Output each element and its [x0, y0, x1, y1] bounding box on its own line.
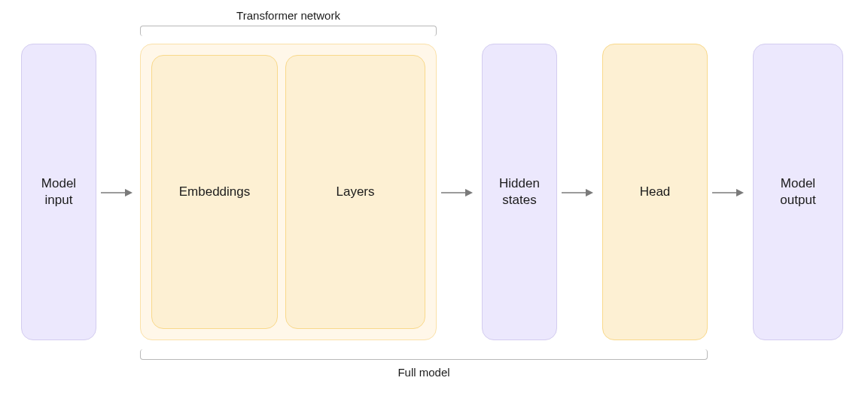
arrow-transformer-to-hidden — [440, 187, 476, 198]
box-layers: Layers — [285, 55, 425, 329]
arrow-head-to-output — [711, 187, 747, 198]
arrow-hidden-to-head — [560, 187, 596, 198]
box-model-output: Model output — [753, 44, 843, 340]
box-head: Head — [602, 44, 708, 340]
transformer-architecture-diagram: Transformer network Model input Embeddin… — [0, 0, 868, 405]
box-embeddings-label: Embeddings — [179, 184, 251, 200]
box-model-output-label: Model output — [761, 175, 835, 209]
box-embeddings: Embeddings — [151, 55, 278, 329]
bracket-full-model — [140, 349, 708, 360]
arrow-input-to-transformer — [99, 187, 136, 198]
box-hidden-states-label: Hidden states — [490, 175, 549, 209]
label-transformer-network: Transformer network — [140, 9, 437, 22]
label-full-model: Full model — [140, 366, 708, 379]
box-hidden-states: Hidden states — [482, 44, 557, 340]
box-head-label: Head — [640, 184, 671, 200]
box-model-input: Model input — [21, 44, 96, 340]
box-layers-label: Layers — [336, 184, 374, 200]
bracket-transformer-network — [140, 26, 437, 36]
box-model-input-label: Model input — [29, 175, 88, 209]
